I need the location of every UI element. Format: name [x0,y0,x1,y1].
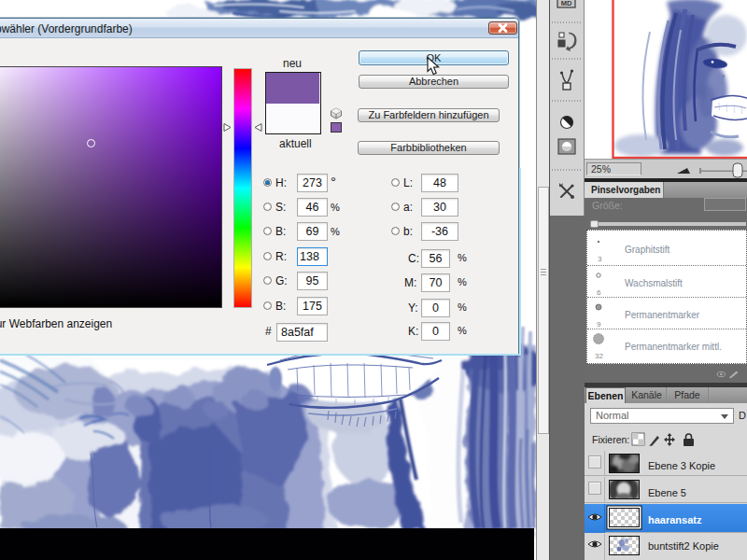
svg-text:MD: MD [561,0,572,7]
